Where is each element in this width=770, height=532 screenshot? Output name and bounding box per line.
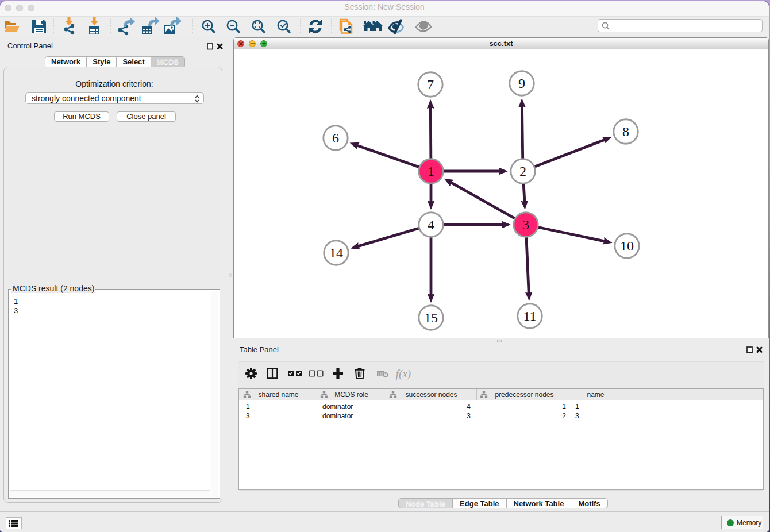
svg-text:2: 2 — [519, 164, 526, 179]
svg-text:8: 8 — [622, 124, 629, 139]
svg-text:7: 7 — [427, 77, 434, 92]
svg-text:4: 4 — [428, 217, 434, 232]
svg-text:11: 11 — [523, 309, 536, 323]
svg-text:14: 14 — [329, 245, 343, 260]
svg-text:6: 6 — [332, 130, 339, 145]
svg-text:1: 1 — [428, 164, 434, 179]
svg-text:10: 10 — [620, 238, 634, 253]
svg-text:9: 9 — [518, 76, 525, 91]
svg-text:3: 3 — [522, 217, 529, 232]
svg-text:f(x): f(x) — [396, 368, 411, 380]
svg-text:15: 15 — [424, 310, 438, 325]
